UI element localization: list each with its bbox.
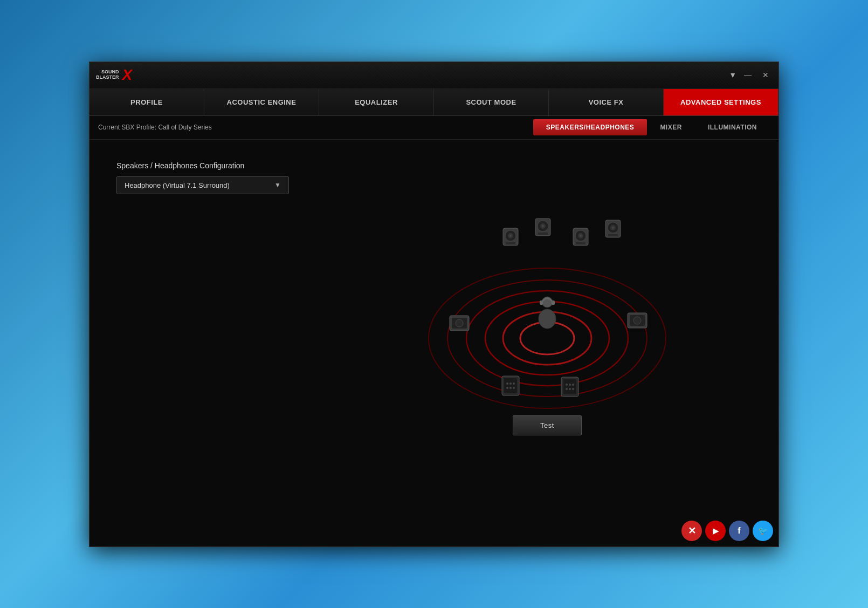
svg-rect-19 <box>538 233 548 235</box>
social-close-button[interactable]: ✕ <box>681 521 702 541</box>
svg-point-23 <box>580 235 582 237</box>
svg-point-49 <box>566 388 568 390</box>
svg-point-13 <box>509 235 512 237</box>
app-window: SOUND BLASTER X ▼ — ✕ PROFILE ACOUSTIC E… <box>89 62 779 547</box>
svg-point-35 <box>633 317 641 324</box>
subtab-speakers-headphones[interactable]: SPEAKERS/HEADPHONES <box>533 119 647 135</box>
title-bar: SOUND BLASTER X ▼ — ✕ <box>89 62 779 89</box>
svg-point-40 <box>513 382 515 385</box>
svg-rect-8 <box>552 300 555 305</box>
logo-x: X <box>122 66 133 84</box>
center-person-icon <box>531 295 563 332</box>
svg-point-42 <box>509 387 512 389</box>
svg-rect-37 <box>504 378 517 393</box>
speaker-front-center[interactable] <box>531 215 555 239</box>
tab-equalizer[interactable]: EQUALIZER <box>319 89 434 115</box>
speaker-back-left[interactable] <box>499 374 522 398</box>
svg-point-32 <box>456 319 463 327</box>
svg-point-47 <box>569 384 571 386</box>
tab-profile[interactable]: PROFILE <box>89 89 204 115</box>
config-label: Speakers / Headphones Configuration <box>116 161 289 170</box>
logo-text-line2: BLASTER <box>96 75 119 80</box>
surround-visual: Test <box>418 214 677 441</box>
nav-tabs: PROFILE ACOUSTIC ENGINE EQUALIZER SCOUT … <box>89 89 779 116</box>
svg-point-46 <box>566 384 568 386</box>
close-button[interactable]: ✕ <box>759 70 772 80</box>
speaker-front-left[interactable] <box>499 225 522 249</box>
social-bar: ✕ ▶ f 🐦 <box>681 521 773 541</box>
svg-point-18 <box>542 225 544 227</box>
tab-voice-fx[interactable]: VOICE FX <box>549 89 664 115</box>
svg-point-50 <box>569 388 571 390</box>
titlebar-dropdown-icon[interactable]: ▼ <box>729 71 736 79</box>
speaker-back-right[interactable] <box>558 375 582 399</box>
svg-rect-24 <box>576 242 585 244</box>
config-dropdown[interactable]: Headphone (Virtual 7.1 Surround) ▼ <box>116 176 289 194</box>
svg-point-38 <box>506 382 508 385</box>
twitter-button[interactable]: 🐦 <box>753 521 773 541</box>
svg-point-43 <box>513 387 515 389</box>
svg-rect-29 <box>608 234 618 236</box>
speaker-right-side[interactable] <box>625 309 649 332</box>
test-button[interactable]: Test <box>513 415 582 435</box>
youtube-button[interactable]: ▶ <box>705 521 726 541</box>
svg-point-51 <box>572 388 574 390</box>
svg-point-41 <box>506 387 508 389</box>
rings-svg <box>423 255 671 416</box>
dropdown-arrow-icon: ▼ <box>274 181 281 189</box>
svg-point-9 <box>539 309 556 329</box>
sub-nav-tabs: SPEAKERS/HEADPHONES MIXER ILLUMINATION <box>533 119 770 135</box>
speaker-front-right[interactable] <box>569 225 593 249</box>
facebook-button[interactable]: f <box>729 521 749 541</box>
svg-point-48 <box>572 384 574 386</box>
speaker-left-side[interactable] <box>447 311 471 335</box>
logo-area: SOUND BLASTER X <box>96 66 132 84</box>
sub-nav: Current SBX Profile: Call of Duty Series… <box>89 116 779 140</box>
current-profile-text: Current SBX Profile: Call of Duty Series <box>98 124 533 131</box>
minimize-button[interactable]: — <box>741 70 755 80</box>
svg-rect-45 <box>563 379 576 394</box>
tab-acoustic-engine[interactable]: ACOUSTIC ENGINE <box>204 89 319 115</box>
test-button-area: Test <box>513 415 582 435</box>
svg-point-39 <box>509 382 512 385</box>
main-content: Speakers / Headphones Configuration Head… <box>89 140 779 515</box>
subtab-mixer[interactable]: MIXER <box>647 119 695 135</box>
speaker-far-right-top[interactable] <box>601 217 625 241</box>
dropdown-value: Headphone (Virtual 7.1 Surround) <box>125 181 230 189</box>
tab-advanced-settings[interactable]: ADVANCED SETTINGS <box>664 89 779 115</box>
svg-point-28 <box>612 227 614 229</box>
speaker-diagram: Test <box>316 140 779 515</box>
tab-scout-mode[interactable]: SCOUT MODE <box>434 89 549 115</box>
left-panel: Speakers / Headphones Configuration Head… <box>89 140 316 515</box>
subtab-illumination[interactable]: ILLUMINATION <box>695 119 770 135</box>
svg-point-0 <box>429 268 666 408</box>
title-bar-controls: ▼ — ✕ <box>729 70 772 80</box>
svg-rect-14 <box>506 242 515 244</box>
svg-rect-7 <box>540 300 543 305</box>
